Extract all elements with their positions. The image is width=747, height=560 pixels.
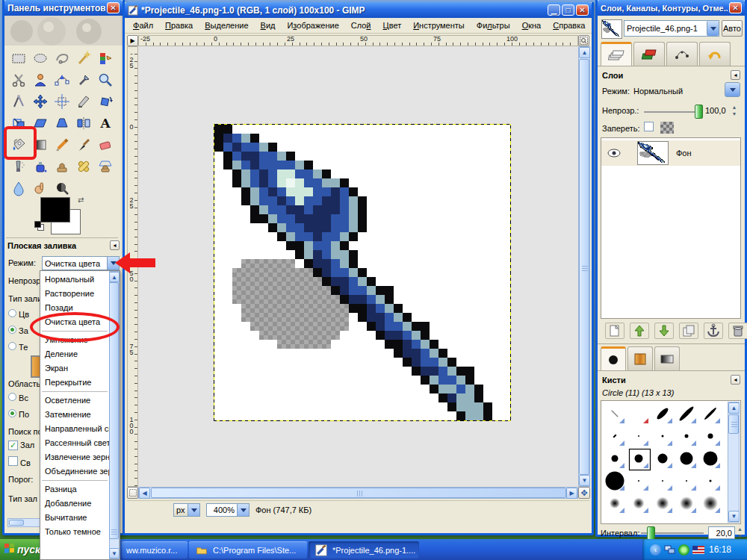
tool-scissors-select[interactable]: [8, 69, 29, 90]
menu-Изображение[interactable]: Изображение: [282, 19, 344, 31]
channels-tab[interactable]: [633, 42, 665, 66]
tool-perspective[interactable]: [52, 113, 72, 134]
tool-perspective-clone[interactable]: [95, 156, 116, 177]
tool-rect-select[interactable]: [8, 48, 29, 69]
area-radio[interactable]: [8, 393, 16, 401]
tool-smudge[interactable]: [30, 178, 51, 199]
horizontal-scrollbar[interactable]: ◀ ▶: [138, 487, 578, 499]
menu-Правка[interactable]: Правка: [160, 19, 198, 31]
menu-Окна[interactable]: Окна: [517, 19, 547, 31]
tool-scale[interactable]: [8, 113, 29, 134]
opacity-slider[interactable]: [644, 111, 699, 113]
tray-back-icon[interactable]: ‹: [650, 544, 661, 556]
tool-select-by-color[interactable]: [95, 48, 116, 69]
start-button[interactable]: пуск: [0, 539, 42, 560]
menu-Вид[interactable]: Вид: [255, 19, 281, 31]
spacing-spinner[interactable]: ▲▼: [737, 526, 743, 539]
tool-heal[interactable]: [73, 156, 94, 177]
layer-mode-value[interactable]: Нормальный: [633, 87, 683, 96]
mode-menu-item[interactable]: Нормальный: [40, 273, 109, 287]
lock-alpha-checkbox[interactable]: [644, 122, 654, 131]
menu-Выделение[interactable]: Выделение: [199, 19, 253, 31]
tool-blur[interactable]: [8, 178, 29, 199]
spacing-slider-thumb[interactable]: [647, 526, 655, 540]
tool-dodge-burn[interactable]: [52, 178, 72, 199]
tool-ink[interactable]: [30, 156, 51, 177]
tool-airbrush[interactable]: [8, 156, 29, 177]
menu-Слой[interactable]: Слой: [346, 19, 376, 31]
collapse-arrow-icon[interactable]: ◂: [731, 375, 740, 385]
opacity-slider-thumb[interactable]: [695, 105, 703, 119]
tool-paintbrush[interactable]: [73, 134, 94, 155]
tool-align[interactable]: [52, 91, 72, 112]
tool-move[interactable]: [30, 91, 51, 112]
fill-type-radio[interactable]: [8, 309, 16, 317]
toolbox-titlebar[interactable]: Панель инструментов ✕: [4, 0, 123, 16]
taskbar-item[interactable]: C:\Program Files\Ste...: [189, 541, 307, 559]
raise-layer-button[interactable]: [630, 323, 649, 339]
tool-free-select[interactable]: [52, 48, 72, 69]
mode-menu-item[interactable]: Вычитание: [40, 511, 109, 525]
mode-menu-item[interactable]: Извлечение зерна: [40, 450, 109, 464]
layers-tab[interactable]: [601, 42, 632, 66]
fill-type-radio[interactable]: [8, 342, 16, 350]
mode-menu-item[interactable]: Умножение: [40, 333, 109, 347]
tool-crop[interactable]: [73, 91, 94, 112]
tool-text[interactable]: A: [95, 113, 116, 134]
mode-menu-item[interactable]: Экран: [40, 361, 109, 376]
mode-menu-item[interactable]: Осветление: [40, 393, 109, 408]
collapse-arrow-icon[interactable]: ◂: [110, 240, 120, 250]
mode-combobox[interactable]: Очистка цвета: [42, 256, 120, 270]
mode-menu-item[interactable]: Направленный св: [40, 422, 109, 436]
menu-Инструменты[interactable]: Инструменты: [408, 19, 470, 31]
unit-combobox[interactable]: px: [173, 503, 200, 517]
tray-messenger-icon[interactable]: [678, 544, 689, 556]
layer-row[interactable]: Фон: [601, 140, 740, 166]
tray-clock[interactable]: 16:18: [709, 544, 731, 555]
image-canvas[interactable]: [214, 125, 510, 420]
auto-button[interactable]: Авто: [722, 20, 743, 37]
image-window-titlebar[interactable]: *Projectile_46.png-1.0 (RGB, 1 слой) 100…: [125, 2, 592, 18]
maximize-icon[interactable]: □: [562, 4, 574, 16]
tray-flag-icon[interactable]: [692, 546, 704, 554]
zoom-follow-icon[interactable]: [578, 35, 589, 46]
layer-thumbnail[interactable]: [637, 141, 669, 165]
option-checkbox[interactable]: ✓: [8, 441, 18, 450]
tool-foreground-select[interactable]: [30, 69, 51, 90]
tool-eraser[interactable]: [95, 134, 116, 155]
patterns-tab[interactable]: [627, 346, 653, 371]
menu-Справка[interactable]: Справка: [548, 19, 590, 31]
tool-pencil[interactable]: [52, 134, 72, 155]
tool-rotate[interactable]: [95, 91, 116, 112]
tool-bucket-fill[interactable]: [8, 134, 29, 155]
mode-menu-item[interactable]: Перекрытие: [40, 376, 109, 390]
layer-name[interactable]: Фон: [676, 149, 692, 158]
duplicate-layer-button[interactable]: [679, 323, 698, 339]
tool-clone[interactable]: [52, 156, 72, 177]
chevron-down-icon[interactable]: [707, 21, 719, 36]
minimize-icon[interactable]: ▁: [548, 4, 560, 16]
layers-dock-titlebar[interactable]: Слои, Каналы, Контуры, Отме... ✕: [598, 0, 745, 16]
option-checkbox[interactable]: [8, 456, 18, 466]
tool-fuzzy-select[interactable]: [73, 48, 94, 69]
delete-layer-button[interactable]: [728, 323, 747, 339]
mode-menu-item[interactable]: Объединение зер: [40, 464, 109, 479]
toolbox-bottom-scrollbar[interactable]: [7, 518, 43, 527]
close-icon[interactable]: ✕: [729, 2, 742, 13]
default-colors-icon[interactable]: [34, 221, 43, 230]
chevron-down-icon[interactable]: [107, 257, 119, 270]
layer-mode-dropdown[interactable]: [725, 82, 740, 97]
image-combobox[interactable]: Projectile_46.png-1: [624, 20, 719, 37]
mode-list-scrollbar[interactable]: ▲ ▼: [109, 271, 120, 559]
navigation-cross-icon[interactable]: ✥: [578, 487, 590, 499]
tool-flip[interactable]: [73, 113, 94, 134]
tray-network-icon[interactable]: [664, 545, 675, 555]
mode-menu-item[interactable]: Очистка цвета: [40, 315, 109, 329]
area-radio[interactable]: [8, 409, 16, 417]
zoom-combobox[interactable]: 400%: [206, 503, 249, 517]
paths-tab[interactable]: [666, 42, 698, 66]
mode-menu-item[interactable]: Деление: [40, 347, 109, 361]
lower-layer-button[interactable]: [654, 323, 674, 339]
menu-Цвет[interactable]: Цвет: [378, 19, 407, 31]
canvas-viewport[interactable]: [138, 46, 578, 487]
